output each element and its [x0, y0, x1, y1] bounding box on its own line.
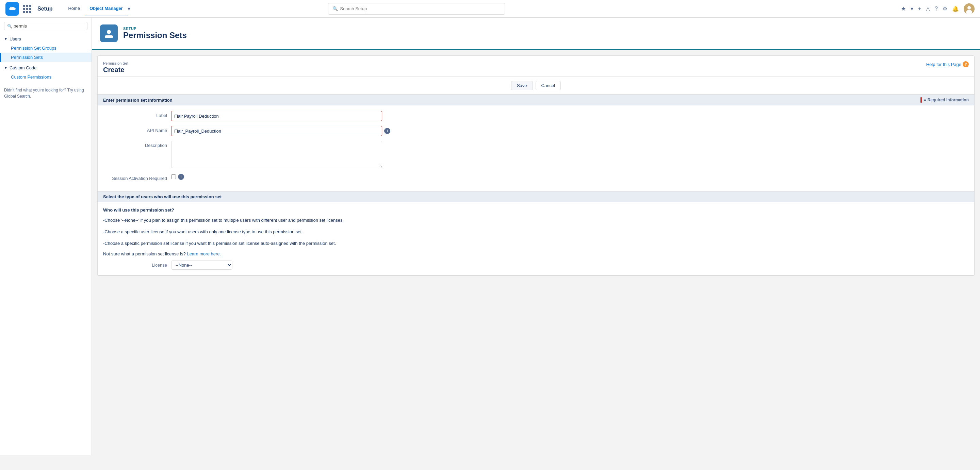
- help-icon[interactable]: ?: [935, 6, 938, 12]
- breadcrumb: Permission Set: [103, 61, 128, 65]
- section-1-title: Enter permission set information: [103, 98, 172, 103]
- user-type-desc3: -Choose a specific permission set licens…: [103, 240, 969, 247]
- sidebar-section-users-label: Users: [10, 37, 21, 41]
- label-field-label: Label: [103, 111, 171, 118]
- sidebar-section-custom-code-label: Custom Code: [10, 65, 37, 70]
- section-user-type: Select the type of users who will use th…: [98, 192, 974, 275]
- session-activation-row: Session Activation Required i: [103, 174, 969, 181]
- required-indicator: [920, 97, 922, 103]
- sidebar-search-container: 🔍: [4, 22, 88, 30]
- add-icon[interactable]: +: [918, 6, 921, 12]
- sidebar-section-users: ▼ Users Permission Set Groups Permission…: [0, 34, 92, 62]
- layout: 🔍 ▼ Users Permission Set Groups Permissi…: [0, 18, 980, 455]
- avatar[interactable]: [964, 3, 975, 14]
- required-label: = Required Information: [924, 98, 969, 102]
- api-name-input[interactable]: [171, 126, 382, 136]
- sidebar-item-permission-set-groups[interactable]: Permission Set Groups: [0, 43, 92, 53]
- top-nav: Setup Home Object Manager ▾ 🔍 ★ ▾ + △ ? …: [0, 0, 980, 18]
- svg-rect-5: [105, 35, 113, 38]
- description-field-row: Description: [103, 141, 969, 169]
- form-heading: Create: [103, 66, 128, 74]
- search-icon: 🔍: [332, 6, 338, 11]
- form-header: Permission Set Create Help for this Page…: [98, 56, 974, 76]
- sidebar-section-users-header[interactable]: ▼ Users: [0, 34, 92, 43]
- session-activation-label: Session Activation Required: [103, 174, 171, 181]
- description-label: Description: [103, 141, 171, 148]
- api-name-control: i: [171, 126, 969, 136]
- learn-more-row: Not sure what a permission set license i…: [103, 251, 969, 256]
- session-activation-info-icon[interactable]: i: [178, 174, 184, 180]
- session-activation-checkbox[interactable]: [171, 175, 176, 179]
- description-textarea[interactable]: [171, 141, 382, 168]
- tab-home[interactable]: Home: [63, 2, 85, 16]
- section-1-header: Enter permission set information = Requi…: [98, 95, 974, 105]
- svg-point-4: [107, 30, 111, 34]
- sidebar-item-permission-sets[interactable]: Permission Sets: [0, 53, 92, 62]
- license-row: License --None--: [103, 260, 969, 270]
- label-field-row: Label: [103, 111, 969, 121]
- help-link[interactable]: Help for this Page ?: [926, 61, 969, 67]
- nav-dropdown-icon[interactable]: ▾: [127, 5, 130, 12]
- page-header-title: Permission Sets: [123, 30, 187, 40]
- sidebar-search-input[interactable]: [14, 24, 84, 29]
- sidebar-section-custom-code: ▼ Custom Code Custom Permissions: [0, 63, 92, 82]
- sidebar-search-icon: 🔍: [7, 24, 12, 29]
- chevron-down-icon: ▼: [4, 37, 8, 41]
- svg-point-2: [967, 6, 971, 10]
- api-name-field-row: API Name i: [103, 126, 969, 136]
- top-nav-right: ★ ▾ + △ ? ⚙ 🔔: [901, 3, 975, 14]
- section-permission-info: Enter permission set information = Requi…: [98, 95, 974, 192]
- global-search-input[interactable]: [340, 6, 501, 11]
- section-2-header: Select the type of users who will use th…: [98, 192, 974, 202]
- settings-icon[interactable]: ⚙: [943, 5, 947, 12]
- page-header-setup-label: SETUP: [123, 27, 187, 30]
- learn-more-text: Not sure what a permission set license i…: [103, 251, 186, 256]
- page-header: SETUP Permission Sets: [92, 18, 980, 50]
- license-label: License: [103, 262, 171, 268]
- favorites-dropdown-icon[interactable]: ▾: [911, 5, 913, 12]
- map-icon[interactable]: △: [926, 5, 930, 12]
- section-2-title: Select the type of users who will use th…: [103, 194, 221, 199]
- license-select[interactable]: --None--: [171, 260, 232, 270]
- page-header-text: SETUP Permission Sets: [123, 27, 187, 40]
- save-button[interactable]: Save: [511, 81, 533, 90]
- tab-object-manager[interactable]: Object Manager: [85, 2, 127, 16]
- chevron-down-icon-2: ▼: [4, 66, 8, 70]
- label-input[interactable]: [171, 111, 382, 121]
- api-name-info-icon[interactable]: i: [384, 128, 390, 134]
- description-control: [171, 141, 969, 169]
- setup-title: Setup: [37, 6, 52, 12]
- label-field-control: [171, 111, 969, 121]
- required-legend: = Required Information: [920, 97, 969, 103]
- sidebar-section-custom-code-header[interactable]: ▼ Custom Code: [0, 63, 92, 72]
- help-for-page-text: Help for this Page: [926, 62, 961, 67]
- app-launcher-icon[interactable]: [23, 5, 31, 13]
- help-question-icon: ?: [963, 61, 969, 67]
- api-name-label: API Name: [103, 126, 171, 133]
- sidebar-not-found: Didn't find what you're looking for? Try…: [0, 83, 92, 103]
- sidebar: 🔍 ▼ Users Permission Set Groups Permissi…: [0, 18, 92, 455]
- user-type-desc1: -Choose '--None--' if you plan to assign…: [103, 217, 969, 224]
- session-activation-control: i: [171, 174, 969, 180]
- page-header-icon: [100, 24, 118, 42]
- section-1-body: Label API Name i: [98, 105, 974, 191]
- cancel-button[interactable]: Cancel: [536, 81, 561, 90]
- salesforce-logo: [5, 2, 19, 16]
- main-content: SETUP Permission Sets Permission Set Cre…: [92, 18, 980, 455]
- sidebar-item-custom-permissions[interactable]: Custom Permissions: [0, 72, 92, 82]
- who-will-use-title: Who will use this permission set?: [103, 208, 969, 213]
- global-search: 🔍: [328, 3, 505, 14]
- notifications-icon[interactable]: 🔔: [952, 5, 959, 12]
- section-2-body: Who will use this permission set? -Choos…: [98, 202, 974, 275]
- favorites-icon[interactable]: ★: [901, 5, 906, 12]
- form-container: Permission Set Create Help for this Page…: [97, 56, 975, 276]
- form-toolbar: Save Cancel: [98, 77, 974, 95]
- user-type-desc2: -Choose a specific user license if you w…: [103, 228, 969, 236]
- learn-more-link[interactable]: Learn more here.: [187, 251, 221, 256]
